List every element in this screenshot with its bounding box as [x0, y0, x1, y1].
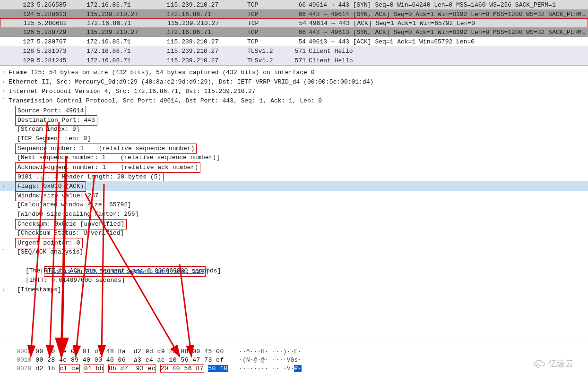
tcp-summary[interactable]: ˅Transmission Control Protocol, Src Port… [0, 96, 588, 106]
seq-number[interactable]: Sequence number: 1 (relative sequence nu… [0, 144, 588, 153]
window-size[interactable]: Window size value: 257 [0, 191, 588, 200]
ip-summary[interactable]: ›Internet Protocol Version 4, Src: 172.1… [0, 87, 588, 96]
calc-window[interactable]: [Calculated window size: 65792] [0, 200, 588, 210]
checksum[interactable]: Checksum: 0x0c1c [unverified] [0, 219, 588, 229]
packet-details-pane[interactable]: ›Frame 125: 54 bytes on wire (432 bits),… [0, 66, 588, 321]
ack-number[interactable]: Acknowledgment number: 1 (relative ack n… [0, 162, 588, 172]
next-seq[interactable]: [Next sequence number: 1 (relative seque… [0, 153, 588, 162]
hex-row-0[interactable]: 000000 00 5e 00 01 d4 48 8a d2 9d d9 29 … [0, 339, 588, 348]
irtt[interactable]: [iRTT: 0.014097000 seconds] [0, 276, 588, 285]
checksum-status[interactable]: [Checksum Status: Unverified] [0, 229, 588, 238]
packet-row-129[interactable]: 1295.281245172.16.86.71115.239.210.27TLS… [0, 56, 588, 65]
packet-row-124[interactable]: 1245.280613115.239.210.27172.16.86.71TCP… [0, 9, 588, 19]
svg-point-7 [536, 365, 539, 367]
timestamps[interactable]: ›[Timestamps] [0, 285, 588, 295]
stream-index[interactable]: [Stream index: 9] [0, 125, 588, 134]
packet-row-127[interactable]: 1275.280767172.16.86.71115.239.210.27TCP… [0, 37, 588, 46]
packet-list-pane[interactable]: 1235.266585172.16.86.71115.239.210.27TCP… [0, 0, 588, 66]
seq-ack-analysis[interactable]: ˅[SEQ/ACK analysis] [0, 247, 588, 257]
packet-row-128[interactable]: 1285.281073172.16.86.71115.239.210.27TLS… [0, 46, 588, 56]
packet-row-125[interactable]: 1255.280682172.16.86.71115.239.210.27TCP… [0, 18, 588, 28]
packet-row-123[interactable]: 1235.266585172.16.86.71115.239.210.27TCP… [0, 0, 588, 9]
ack-to-frame[interactable]: [This is an ACK to the segment in frame:… [0, 257, 588, 266]
rtt-to-ack[interactable]: [The RTT to ACK the segment was: 0.00006… [0, 266, 588, 276]
urgent-pointer[interactable]: Urgent pointer: 0 [0, 238, 588, 247]
tcp-seg-len[interactable]: [TCP Segment Len: 0] [0, 134, 588, 144]
ethernet-summary[interactable]: ›Ethernet II, Src: MercuryC_9d:d9:29 (48… [0, 77, 588, 87]
tcp-flags[interactable]: ›Flags: 0x010 (ACK) [0, 181, 588, 191]
watermark: 亿速云 [533, 358, 574, 369]
src-port[interactable]: Source Port: 49614 [0, 106, 588, 115]
frame-summary[interactable]: ›Frame 125: 54 bytes on wire (432 bits),… [0, 68, 588, 77]
packet-row-126[interactable]: 1265.280729115.239.210.27172.16.86.71TCP… [0, 27, 588, 37]
header-len[interactable]: 0101 .... = Header Length: 20 bytes (5) [0, 172, 588, 181]
scaling-factor[interactable]: [Window size scaling factor: 256] [0, 210, 588, 219]
dst-port[interactable]: Destination Port: 443 [0, 115, 588, 125]
hex-dump-pane[interactable]: 000000 00 5e 00 01 d4 48 8a d2 9d d9 29 … [0, 337, 588, 373]
